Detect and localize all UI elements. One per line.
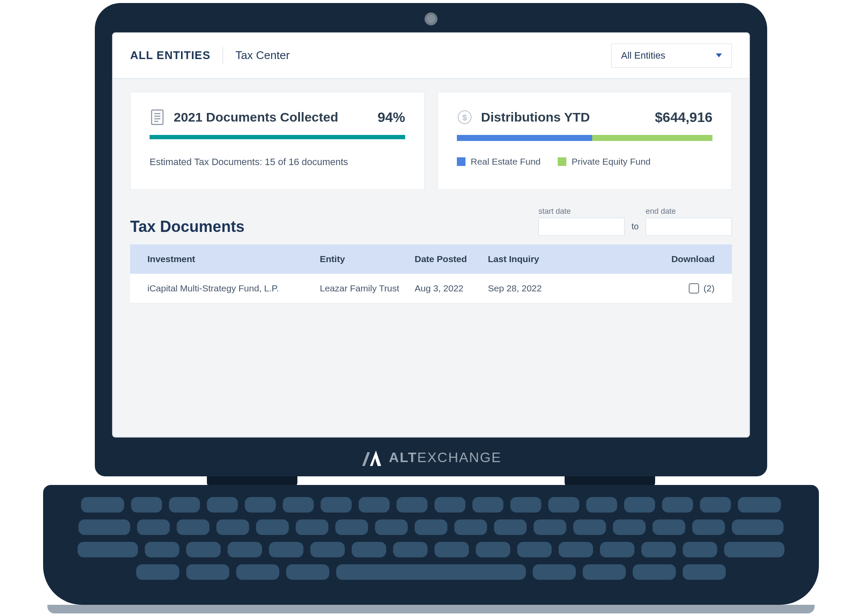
date-range-filter: start date to end date	[538, 207, 732, 236]
laptop-keyboard	[43, 485, 819, 605]
legend-label-2: Private Equity Fund	[572, 156, 650, 167]
tax-documents-table: Investment Entity Date Posted Last Inqui…	[130, 244, 732, 303]
legend-item-real-estate: Real Estate Fund	[457, 156, 540, 167]
collected-estimate: Estimated Tax Documents: 15 of 16 docume…	[150, 156, 405, 168]
distributions-progress	[457, 135, 712, 141]
cell-investment: iCapital Multi-Strategy Fund, L.P.	[147, 283, 320, 294]
col-header-download: Download	[561, 254, 715, 264]
legend-label-1: Real Estate Fund	[471, 156, 540, 167]
brand-logo: ALTEXCHANGE	[360, 449, 501, 467]
col-header-date-posted[interactable]: Date Posted	[415, 254, 488, 264]
col-header-investment[interactable]: Investment	[147, 254, 320, 264]
swatch-blue	[457, 157, 465, 166]
collected-title: 2021 Documents Collected	[174, 110, 338, 125]
distributions-card: $ Distributions YTD $644,916	[437, 92, 732, 190]
page-title: Tax Center	[235, 49, 290, 62]
breadcrumb-root[interactable]: ALL ENTITIES	[130, 49, 210, 62]
col-header-entity[interactable]: Entity	[320, 254, 415, 264]
app-screen: ALL ENTITIES Tax Center All Entities	[112, 32, 750, 438]
cell-date-posted: Aug 3, 2022	[415, 283, 488, 294]
to-label: to	[631, 222, 639, 236]
brand-text: ALTEXCHANGE	[389, 450, 501, 466]
laptop-frame: ALL ENTITIES Tax Center All Entities	[95, 3, 767, 476]
end-date-label: end date	[646, 207, 732, 216]
legend-item-private-equity: Private Equity Fund	[558, 156, 650, 167]
download-checkbox[interactable]	[689, 283, 699, 294]
app-header: ALL ENTITIES Tax Center All Entities	[113, 33, 749, 79]
svg-rect-0	[152, 110, 163, 125]
progress-segment-real-estate	[457, 135, 592, 141]
documents-collected-card: 2021 Documents Collected 94% Estimated T…	[130, 92, 425, 190]
tax-documents-title: Tax Documents	[130, 218, 244, 236]
camera-icon	[425, 13, 437, 25]
table-row[interactable]: iCapital Multi-Strategy Fund, L.P. Leaza…	[130, 274, 732, 303]
dollar-icon: $	[457, 109, 472, 125]
col-header-last-inquiry[interactable]: Last Inquiry	[488, 254, 561, 264]
end-date-input[interactable]	[646, 218, 732, 236]
table-header: Investment Entity Date Posted Last Inqui…	[130, 244, 732, 274]
collected-value: 94%	[378, 109, 405, 125]
cell-entity: Leazar Family Trust	[320, 283, 415, 294]
progress-segment-private-equity	[592, 135, 712, 141]
collected-progress	[150, 135, 405, 139]
divider	[222, 47, 223, 64]
entity-select-value: All Entities	[621, 50, 665, 61]
distributions-title: Distributions YTD	[481, 110, 590, 125]
swatch-green	[558, 157, 566, 166]
start-date-label: start date	[538, 207, 625, 216]
document-icon	[150, 109, 165, 125]
chevron-down-icon	[716, 53, 722, 57]
svg-text:$: $	[462, 113, 467, 122]
distributions-value: $644,916	[655, 109, 712, 125]
laptop-shadow	[47, 605, 815, 613]
entity-select[interactable]: All Entities	[611, 44, 732, 68]
distributions-legend: Real Estate Fund Private Equity Fund	[457, 156, 712, 167]
download-count: (2)	[703, 283, 715, 294]
start-date-input[interactable]	[538, 218, 625, 236]
cell-last-inquiry: Sep 28, 2022	[488, 283, 561, 294]
